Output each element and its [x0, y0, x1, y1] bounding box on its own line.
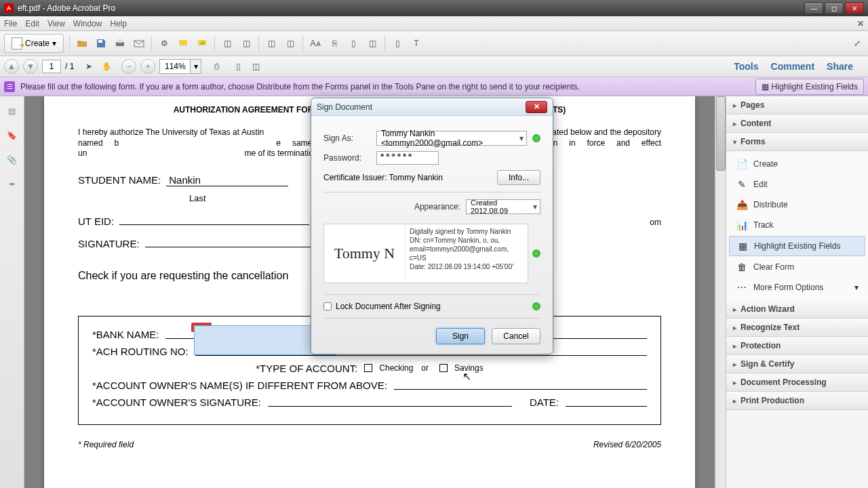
tool-icon-3[interactable]: ◫ — [264, 37, 278, 50]
password-label: Password: — [323, 153, 371, 163]
forms-item-icon: ✎ — [736, 178, 748, 190]
zoom-out-button[interactable]: − — [121, 59, 136, 74]
minimize-button[interactable]: — — [804, 2, 823, 14]
single-page-icon[interactable]: ▯ — [391, 37, 404, 50]
fit-page-icon[interactable]: ▯ — [231, 60, 245, 73]
signature-field[interactable] — [145, 247, 321, 247]
tool-icon-2[interactable]: ◫ — [239, 37, 253, 50]
text-tool-icon[interactable]: T — [410, 37, 423, 50]
tools-tab[interactable]: Tools — [734, 61, 758, 72]
panel-recognize-text[interactable]: Recognize Text — [726, 319, 868, 337]
highlight-fields-button[interactable]: ▦ Highlight Existing Fields — [755, 79, 864, 95]
forms-item-more-form-options[interactable]: ⋯More Form Options▾ — [726, 277, 868, 298]
panel-doc-processing[interactable]: Document Processing — [726, 373, 868, 392]
select-tool-icon[interactable]: ➤ — [82, 60, 96, 73]
forms-item-track[interactable]: 📊Track — [726, 215, 868, 235]
dialog-close-button[interactable]: ✕ — [526, 101, 547, 113]
revised-note: Revised 6/20/2005 — [593, 440, 661, 449]
cancel-button[interactable]: Cancel — [492, 328, 540, 344]
maximize-button[interactable]: ◻ — [825, 2, 844, 14]
panel-action-wizard[interactable]: Action Wizard — [726, 300, 868, 319]
gear-icon[interactable]: ⚙ — [157, 37, 171, 50]
text-size-icon[interactable]: Aᴀ — [309, 37, 322, 50]
fit-width-icon[interactable]: ◫ — [249, 60, 262, 73]
info-button[interactable]: Info... — [497, 170, 540, 185]
page-number-input[interactable] — [42, 60, 61, 73]
forms-item-clear-form[interactable]: 🗑Clear Form — [726, 257, 868, 277]
checking-label: Checking — [379, 363, 413, 373]
owner-name-label: *ACCOUNT OWNER'S NAME(S) IF DIFFERENT FR… — [92, 380, 387, 391]
savings-checkbox[interactable] — [439, 364, 448, 372]
scrollbar-thumb[interactable] — [716, 96, 726, 171]
form-icon: ☰ — [4, 81, 15, 92]
date-label: DATE: — [530, 396, 559, 408]
owner-name-field[interactable] — [394, 380, 647, 390]
page-up-button[interactable]: ▲ — [4, 59, 19, 74]
panel-content[interactable]: Content — [726, 115, 868, 133]
dialog-title-bar[interactable]: Sign Document ✕ — [311, 98, 553, 116]
page-down-button[interactable]: ▼ — [23, 59, 38, 74]
hand-tool-icon[interactable]: ✋ — [100, 60, 113, 73]
preview-status-icon — [532, 249, 540, 258]
or-label: or — [421, 363, 429, 373]
date-field[interactable] — [566, 397, 647, 407]
menu-edit[interactable]: Edit — [25, 19, 39, 28]
create-button[interactable]: Create ▾ — [4, 34, 64, 53]
required-note: * Required field — [78, 440, 134, 449]
zoom-dropdown-icon[interactable]: ▾ — [190, 60, 201, 73]
sign-as-dropdown[interactable]: Tommy Nankin <tommyn2000@gmail.com> — [376, 131, 527, 146]
menu-file[interactable]: File — [4, 19, 17, 28]
email-icon[interactable] — [132, 37, 146, 50]
open-icon[interactable] — [75, 37, 89, 50]
student-last-field[interactable]: Nankin — [166, 174, 288, 186]
lock-checkbox[interactable] — [323, 302, 332, 310]
tool-icon-1[interactable]: ◫ — [220, 37, 234, 50]
forms-item-distribute[interactable]: 📤Distribute — [726, 195, 868, 215]
signatures-icon[interactable]: ✒ — [5, 178, 19, 191]
menu-view[interactable]: View — [47, 19, 65, 28]
bank-name-label: *BANK NAME: — [92, 329, 159, 340]
appearance-dropdown[interactable]: Created 2012.08.09 — [466, 199, 540, 214]
vertical-scrollbar[interactable] — [715, 96, 726, 488]
page-icon[interactable]: ▯ — [347, 37, 360, 50]
panel-protection[interactable]: Protection — [726, 337, 868, 355]
scan-icon[interactable]: ⎙ — [210, 60, 223, 73]
share-tab[interactable]: Share — [827, 61, 853, 72]
save-icon[interactable] — [94, 37, 108, 50]
expand-icon[interactable]: ⤢ — [850, 37, 864, 50]
zoom-combo[interactable]: ▾ — [159, 59, 201, 74]
uteid-field[interactable] — [119, 224, 309, 225]
panel-print-production[interactable]: Print Production — [726, 392, 868, 410]
stamp-icon[interactable] — [195, 37, 209, 50]
print-icon[interactable] — [113, 37, 127, 50]
menu-help[interactable]: Help — [111, 19, 127, 28]
panel-sign-certify[interactable]: Sign & Certify — [726, 355, 868, 373]
forms-item-icon: ▦ — [736, 240, 749, 252]
two-page-icon[interactable]: ◫ — [366, 37, 379, 50]
menu-window[interactable]: Window — [73, 19, 102, 28]
comment-icon[interactable] — [176, 37, 190, 50]
dropdown-icon: ▾ — [52, 39, 56, 48]
sign-button[interactable]: Sign — [436, 328, 485, 344]
zoom-input[interactable] — [160, 60, 190, 73]
lock-status-icon — [532, 302, 540, 310]
panel-pages[interactable]: Pages — [726, 96, 868, 115]
nav-toolbar: ▲ ▼ / 1 ➤ ✋ − + ▾ ⎙ ▯ ◫ Tools Comment Sh… — [0, 56, 868, 77]
checking-checkbox[interactable] — [364, 364, 372, 372]
page-total: / 1 — [65, 62, 74, 71]
password-input[interactable] — [376, 151, 439, 165]
attachments-icon[interactable]: 📎 — [5, 153, 19, 167]
bookmarks-icon[interactable]: 🔖 — [5, 129, 19, 142]
link-icon[interactable]: ⎘ — [328, 37, 341, 50]
owner-sig-field[interactable] — [268, 397, 512, 407]
thumbnails-icon[interactable]: ▤ — [5, 104, 19, 118]
comment-tab[interactable]: Comment — [771, 61, 815, 72]
forms-item-create[interactable]: 📄Create — [726, 154, 868, 174]
close-document-button[interactable]: ✕ — [857, 19, 864, 28]
tool-icon-4[interactable]: ◫ — [283, 37, 297, 50]
zoom-in-button[interactable]: + — [140, 59, 155, 74]
forms-item-highlight-existing-fields[interactable]: ▦Highlight Existing Fields — [729, 236, 865, 256]
forms-item-edit[interactable]: ✎Edit — [726, 174, 868, 195]
panel-forms[interactable]: Forms — [726, 133, 868, 151]
close-window-button[interactable]: ✕ — [845, 2, 864, 14]
